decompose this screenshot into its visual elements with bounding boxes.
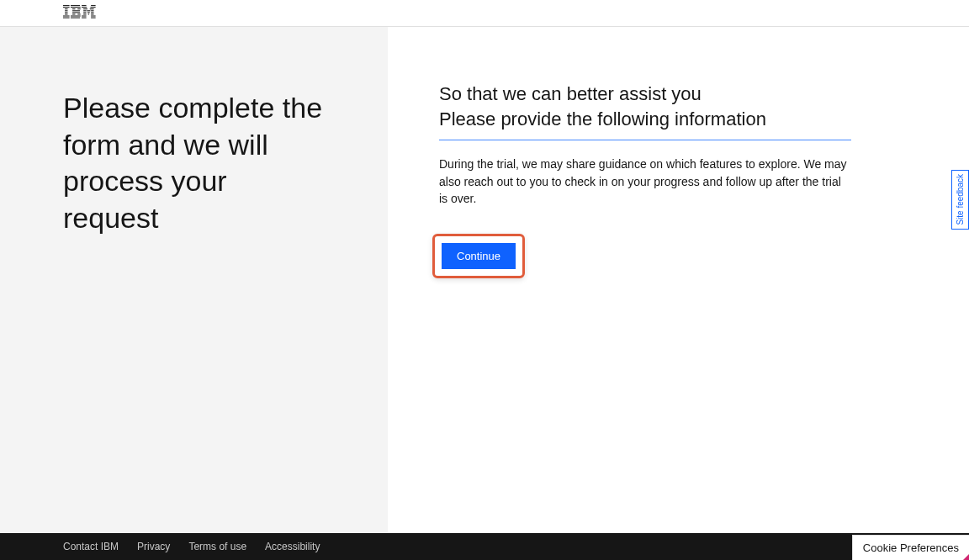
svg-rect-12: [72, 10, 80, 11]
svg-rect-11: [77, 8, 80, 9]
footer-link-contact[interactable]: Contact IBM: [63, 541, 119, 552]
footer-link-accessibility[interactable]: Accessibility: [265, 541, 320, 552]
svg-rect-23: [90, 8, 94, 9]
right-heading-line1: So that we can better assist you: [439, 83, 702, 104]
svg-rect-7: [63, 17, 70, 18]
svg-rect-10: [72, 8, 75, 9]
right-description: During the trial, we may share guidance …: [439, 156, 851, 207]
left-heading: Please complete the form and we will pro…: [63, 90, 325, 236]
svg-rect-8: [71, 5, 80, 6]
left-panel: Please complete the form and we will pro…: [0, 27, 388, 533]
svg-rect-20: [82, 7, 87, 8]
footer-link-terms[interactable]: Terms of use: [188, 541, 246, 552]
svg-rect-22: [83, 8, 87, 9]
svg-rect-25: [87, 10, 90, 11]
svg-rect-19: [91, 5, 96, 6]
continue-button[interactable]: Continue: [442, 243, 516, 269]
svg-rect-30: [83, 13, 86, 14]
svg-rect-35: [82, 17, 87, 18]
svg-rect-13: [72, 12, 80, 13]
header: [0, 0, 969, 27]
svg-rect-21: [90, 7, 95, 8]
svg-rect-15: [77, 13, 80, 14]
highlight-box: Continue: [432, 234, 525, 278]
svg-rect-33: [82, 15, 87, 16]
svg-rect-16: [71, 15, 81, 16]
svg-rect-3: [65, 10, 67, 11]
footer: Contact IBM Privacy Terms of use Accessi…: [0, 533, 969, 560]
footer-link-privacy[interactable]: Privacy: [137, 541, 170, 552]
svg-rect-27: [83, 12, 86, 13]
svg-rect-17: [71, 17, 80, 18]
svg-rect-26: [91, 10, 93, 11]
svg-rect-36: [91, 17, 96, 18]
svg-rect-24: [83, 10, 86, 11]
cookie-corner-icon: [963, 554, 969, 560]
svg-rect-0: [63, 5, 70, 6]
cookie-preferences-label: Cookie Preferences: [863, 542, 959, 554]
cookie-preferences-button[interactable]: Cookie Preferences: [852, 535, 969, 560]
main-content: Please complete the form and we will pro…: [0, 27, 969, 533]
svg-rect-6: [63, 15, 70, 16]
right-panel: So that we can better assist you Please …: [388, 27, 969, 533]
right-heading: So that we can better assist you Please …: [439, 82, 851, 140]
svg-rect-4: [65, 12, 67, 13]
site-feedback-tab[interactable]: Site feedback: [951, 170, 969, 230]
ibm-logo-icon[interactable]: [63, 5, 97, 22]
site-feedback-label: Site feedback: [956, 174, 965, 225]
svg-rect-29: [91, 12, 93, 13]
svg-rect-1: [63, 7, 70, 8]
svg-rect-5: [65, 13, 67, 14]
svg-rect-28: [87, 12, 90, 13]
svg-rect-2: [65, 8, 67, 9]
svg-rect-14: [72, 13, 75, 14]
svg-rect-31: [88, 13, 89, 14]
svg-rect-32: [91, 13, 93, 14]
right-heading-line2: Please provide the following information: [439, 108, 766, 129]
svg-rect-34: [91, 15, 96, 16]
svg-rect-18: [82, 5, 87, 6]
svg-rect-9: [71, 7, 81, 8]
